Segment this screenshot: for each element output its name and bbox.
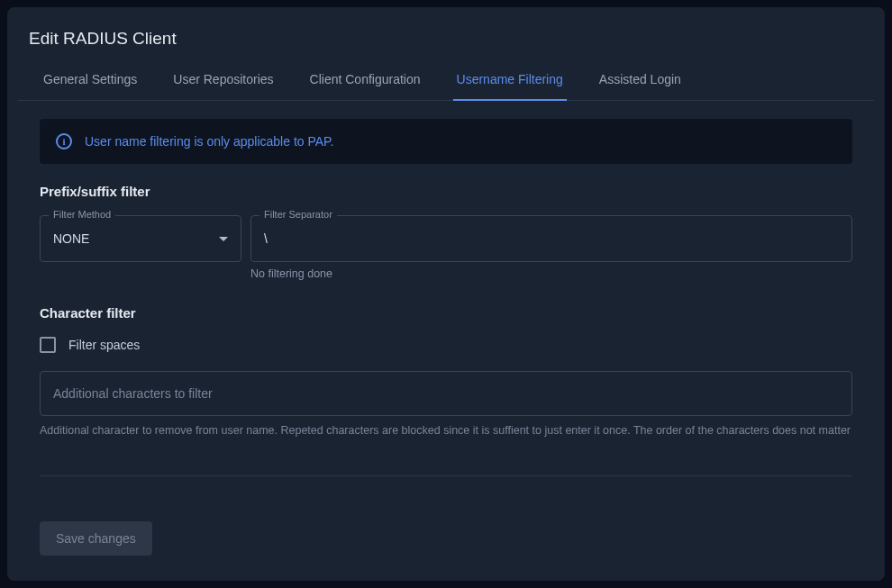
tab-username-filtering[interactable]: Username Filtering bbox=[453, 63, 567, 101]
content: i User name filtering is only applicable… bbox=[7, 101, 885, 521]
additional-characters-input[interactable] bbox=[40, 371, 852, 416]
filter-spaces-checkbox-row[interactable]: Filter spaces bbox=[40, 337, 852, 353]
edit-radius-client-panel: Edit RADIUS Client General Settings User… bbox=[7, 7, 885, 581]
footer: Save changes bbox=[7, 521, 885, 581]
tab-user-repositories[interactable]: User Repositories bbox=[169, 63, 277, 101]
additional-characters-helper: Additional character to remove from user… bbox=[40, 423, 852, 439]
filter-separator-helper: No filtering done bbox=[250, 267, 852, 280]
info-banner: i User name filtering is only applicable… bbox=[40, 119, 852, 164]
filter-method-field: Filter Method NONE bbox=[40, 215, 241, 280]
filter-method-label: Filter Method bbox=[49, 209, 115, 220]
prefix-suffix-heading: Prefix/suffix filter bbox=[40, 184, 852, 199]
tab-general-settings[interactable]: General Settings bbox=[40, 63, 141, 101]
page-title: Edit RADIUS Client bbox=[7, 29, 885, 63]
save-changes-button[interactable]: Save changes bbox=[40, 521, 152, 556]
filter-separator-field: Filter Separator No filtering done bbox=[250, 215, 852, 280]
filter-spaces-label: Filter spaces bbox=[68, 338, 140, 352]
filter-method-select[interactable]: NONE bbox=[40, 215, 241, 262]
filter-spaces-checkbox[interactable] bbox=[40, 337, 56, 353]
filter-method-value: NONE bbox=[53, 231, 89, 246]
prefix-suffix-row: Filter Method NONE Filter Separator No f… bbox=[40, 215, 852, 280]
info-banner-text: User name filtering is only applicable t… bbox=[85, 134, 334, 149]
tab-assisted-login[interactable]: Assisted Login bbox=[596, 63, 685, 101]
info-icon: i bbox=[56, 133, 72, 149]
chevron-down-icon bbox=[219, 237, 228, 241]
tabs: General Settings User Repositories Clien… bbox=[18, 63, 874, 101]
filter-separator-input[interactable] bbox=[250, 215, 852, 262]
tab-client-configuration[interactable]: Client Configuration bbox=[306, 63, 424, 101]
character-filter-heading: Character filter bbox=[40, 305, 852, 321]
divider bbox=[40, 475, 852, 476]
filter-separator-label: Filter Separator bbox=[259, 209, 337, 220]
